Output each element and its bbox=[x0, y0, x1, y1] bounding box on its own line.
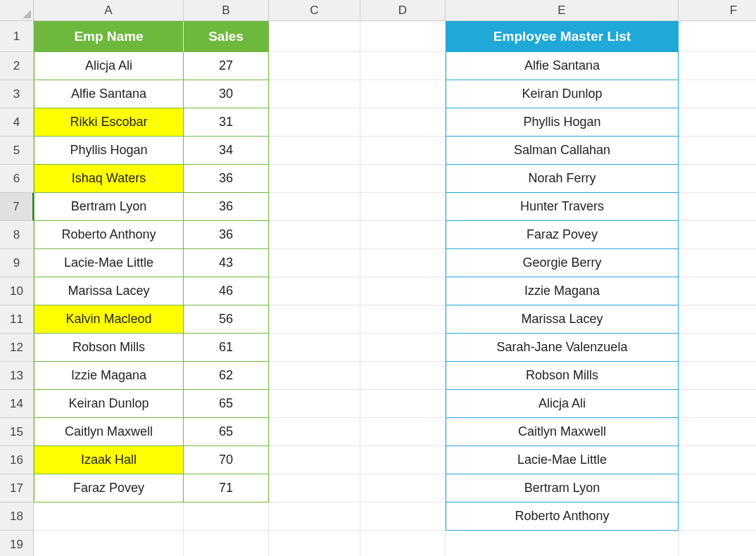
cell-C13[interactable] bbox=[269, 362, 360, 390]
cell-F4[interactable] bbox=[679, 108, 756, 137]
cell-A5[interactable]: Phyllis Hogan bbox=[34, 137, 184, 165]
cell-C12[interactable] bbox=[269, 334, 360, 362]
cell-C15[interactable] bbox=[269, 418, 360, 446]
cell-D18[interactable] bbox=[360, 503, 446, 531]
row-header-8[interactable]: 8 bbox=[0, 221, 34, 249]
row-header-1[interactable]: 1 bbox=[0, 21, 34, 52]
cell-F15[interactable] bbox=[679, 418, 756, 446]
row-header-11[interactable]: 11 bbox=[0, 305, 34, 334]
cell-D7[interactable] bbox=[360, 193, 446, 221]
cell-B11[interactable]: 56 bbox=[184, 305, 269, 334]
cell-F9[interactable] bbox=[679, 249, 756, 277]
cell-C19[interactable] bbox=[269, 531, 360, 556]
cell-E15[interactable]: Caitlyn Maxwell bbox=[446, 418, 679, 446]
cell-B7[interactable]: 36 bbox=[184, 193, 269, 221]
cell-B19[interactable] bbox=[184, 531, 269, 556]
cell-F11[interactable] bbox=[679, 305, 756, 334]
cell-A10[interactable]: Marissa Lacey bbox=[34, 277, 184, 305]
row-header-3[interactable]: 3 bbox=[0, 80, 34, 108]
cell-F3[interactable] bbox=[679, 80, 756, 108]
cell-F10[interactable] bbox=[679, 277, 756, 305]
cell-B9[interactable]: 43 bbox=[184, 249, 269, 277]
cell-B2[interactable]: 27 bbox=[184, 52, 269, 80]
cell-E19[interactable] bbox=[446, 531, 679, 556]
cell-B6[interactable]: 36 bbox=[184, 165, 269, 193]
cell-D15[interactable] bbox=[360, 418, 446, 446]
cell-B14[interactable]: 65 bbox=[184, 390, 269, 418]
row-header-19[interactable]: 19 bbox=[0, 531, 34, 556]
cell-D5[interactable] bbox=[360, 137, 446, 165]
cell-F1[interactable] bbox=[679, 21, 756, 52]
cell-F19[interactable] bbox=[679, 531, 756, 556]
row-header-7[interactable]: 7 bbox=[0, 193, 34, 221]
cell-B18[interactable] bbox=[184, 503, 269, 531]
row-header-5[interactable]: 5 bbox=[0, 137, 34, 165]
cell-C18[interactable] bbox=[269, 503, 360, 531]
cell-D11[interactable] bbox=[360, 305, 446, 334]
row-header-16[interactable]: 16 bbox=[0, 446, 34, 474]
col-header-A[interactable]: A bbox=[34, 0, 184, 21]
cell-D9[interactable] bbox=[360, 249, 446, 277]
cell-D12[interactable] bbox=[360, 334, 446, 362]
cell-C7[interactable] bbox=[269, 193, 360, 221]
col-header-E[interactable]: E bbox=[446, 0, 679, 21]
cell-C4[interactable] bbox=[269, 108, 360, 137]
cell-A14[interactable]: Keiran Dunlop bbox=[34, 390, 184, 418]
cell-E6[interactable]: Norah Ferry bbox=[446, 165, 679, 193]
col-header-C[interactable]: C bbox=[269, 0, 360, 21]
cell-D10[interactable] bbox=[360, 277, 446, 305]
cell-E7[interactable]: Hunter Travers bbox=[446, 193, 679, 221]
cell-A15[interactable]: Caitlyn Maxwell bbox=[34, 418, 184, 446]
cell-C6[interactable] bbox=[269, 165, 360, 193]
cell-C14[interactable] bbox=[269, 390, 360, 418]
cell-C11[interactable] bbox=[269, 305, 360, 334]
cell-E4[interactable]: Phyllis Hogan bbox=[446, 108, 679, 137]
cell-D8[interactable] bbox=[360, 221, 446, 249]
cell-E12[interactable]: Sarah-Jane Valenzuela bbox=[446, 334, 679, 362]
cell-A12[interactable]: Robson Mills bbox=[34, 334, 184, 362]
cell-D19[interactable] bbox=[360, 531, 446, 556]
select-all-corner[interactable] bbox=[0, 0, 34, 21]
cell-E1[interactable]: Employee Master List bbox=[446, 21, 679, 52]
cell-A9[interactable]: Lacie-Mae Little bbox=[34, 249, 184, 277]
cell-A18[interactable] bbox=[34, 503, 184, 531]
cell-A3[interactable]: Alfie Santana bbox=[34, 80, 184, 108]
cell-D4[interactable] bbox=[360, 108, 446, 137]
cell-C2[interactable] bbox=[269, 52, 360, 80]
cell-E11[interactable]: Marissa Lacey bbox=[446, 305, 679, 334]
cell-A2[interactable]: Alicja Ali bbox=[34, 52, 184, 80]
row-header-13[interactable]: 13 bbox=[0, 362, 34, 390]
cell-E10[interactable]: Izzie Magana bbox=[446, 277, 679, 305]
cell-B3[interactable]: 30 bbox=[184, 80, 269, 108]
row-header-9[interactable]: 9 bbox=[0, 249, 34, 277]
cell-F8[interactable] bbox=[679, 221, 756, 249]
cell-A11[interactable]: Kalvin Macleod bbox=[34, 305, 184, 334]
cell-B17[interactable]: 71 bbox=[184, 474, 269, 503]
cell-C16[interactable] bbox=[269, 446, 360, 474]
cell-E2[interactable]: Alfie Santana bbox=[446, 52, 679, 80]
cell-B8[interactable]: 36 bbox=[184, 221, 269, 249]
cell-B10[interactable]: 46 bbox=[184, 277, 269, 305]
cell-B4[interactable]: 31 bbox=[184, 108, 269, 137]
cell-A13[interactable]: Izzie Magana bbox=[34, 362, 184, 390]
cell-D3[interactable] bbox=[360, 80, 446, 108]
cell-E3[interactable]: Keiran Dunlop bbox=[446, 80, 679, 108]
row-header-6[interactable]: 6 bbox=[0, 165, 34, 193]
row-header-15[interactable]: 15 bbox=[0, 418, 34, 446]
col-header-B[interactable]: B bbox=[184, 0, 269, 21]
row-header-18[interactable]: 18 bbox=[0, 503, 34, 531]
cell-C9[interactable] bbox=[269, 249, 360, 277]
row-header-17[interactable]: 17 bbox=[0, 474, 34, 503]
cell-E13[interactable]: Robson Mills bbox=[446, 362, 679, 390]
cell-E17[interactable]: Bertram Lyon bbox=[446, 474, 679, 503]
cell-C17[interactable] bbox=[269, 474, 360, 503]
cell-A16[interactable]: Izaak Hall bbox=[34, 446, 184, 474]
cell-F7[interactable] bbox=[679, 193, 756, 221]
cell-E18[interactable]: Roberto Anthony bbox=[446, 503, 679, 531]
cell-A8[interactable]: Roberto Anthony bbox=[34, 221, 184, 249]
cell-D14[interactable] bbox=[360, 390, 446, 418]
row-header-14[interactable]: 14 bbox=[0, 390, 34, 418]
row-header-2[interactable]: 2 bbox=[0, 52, 34, 80]
cell-C3[interactable] bbox=[269, 80, 360, 108]
cell-D1[interactable] bbox=[360, 21, 446, 52]
